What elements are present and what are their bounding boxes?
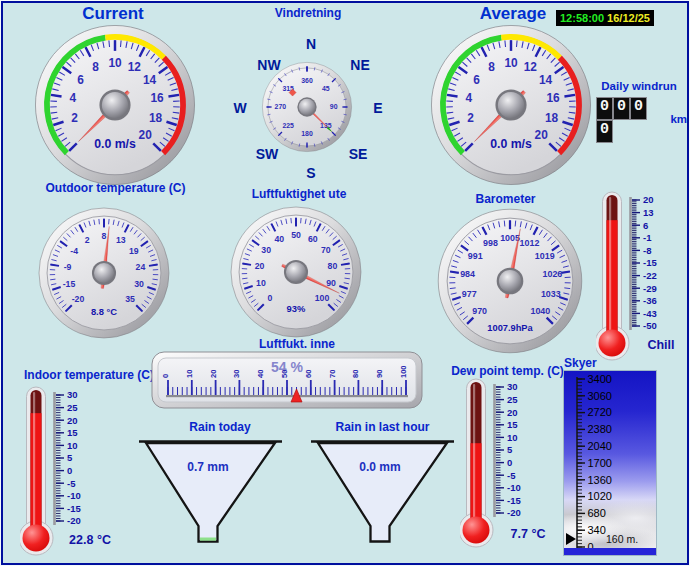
svg-text:93%: 93% [287, 304, 306, 314]
odometer-digit: 0 [614, 98, 629, 119]
svg-text:20: 20 [209, 370, 218, 378]
svg-text:3060: 3060 [588, 390, 612, 402]
svg-text:12: 12 [524, 60, 538, 74]
svg-text:20: 20 [67, 415, 78, 426]
svg-text:991: 991 [468, 251, 483, 261]
svg-text:4: 4 [466, 91, 473, 105]
indoor-humidity-title: Luftfukt. inne [213, 337, 381, 351]
svg-text:20: 20 [507, 407, 518, 418]
svg-text:-20: -20 [72, 294, 85, 304]
svg-text:-22: -22 [643, 270, 657, 281]
svg-text:225: 225 [282, 122, 294, 129]
svg-text:80: 80 [328, 261, 338, 271]
svg-text:0.0 m/s: 0.0 m/s [94, 137, 136, 151]
svg-text:45: 45 [322, 85, 330, 92]
outdoor-temp-gauge: -20-15-9-42813192430358.8 °C [37, 206, 171, 340]
rain-today-title: Rain today [150, 420, 290, 434]
odometer-digit: 0 [597, 98, 612, 119]
svg-text:1040: 1040 [530, 306, 550, 316]
current-section-title: Current [28, 4, 198, 24]
svg-text:-43: -43 [643, 308, 657, 319]
svg-text:20: 20 [255, 261, 265, 271]
svg-text:8: 8 [488, 60, 495, 74]
svg-text:2: 2 [85, 235, 90, 245]
svg-text:-5: -5 [507, 470, 516, 481]
svg-text:15: 15 [67, 427, 78, 438]
svg-text:2380: 2380 [588, 423, 612, 435]
svg-text:-1: -1 [643, 232, 652, 243]
svg-text:1007.9hPa: 1007.9hPa [487, 323, 533, 333]
svg-text:30: 30 [67, 389, 78, 400]
svg-text:70: 70 [321, 245, 331, 255]
compass-point-w: W [233, 100, 246, 116]
svg-text:10: 10 [108, 56, 122, 70]
svg-text:16: 16 [547, 91, 561, 105]
svg-text:0.0 mm: 0.0 mm [359, 460, 400, 474]
svg-text:977: 977 [462, 289, 477, 299]
rain-last-hour-funnel: 0.0 mm [310, 436, 455, 548]
svg-text:1700: 1700 [588, 457, 612, 469]
svg-text:-20: -20 [67, 515, 81, 526]
svg-text:360: 360 [301, 77, 313, 84]
svg-text:160 m.: 160 m. [606, 533, 638, 545]
svg-text:70: 70 [328, 370, 337, 378]
chill-thermometer: 20136-1-8-15-22-29-36-43-50 [596, 188, 686, 363]
svg-text:1005: 1005 [500, 233, 520, 243]
daily-windrun-label: Daily windrun [589, 80, 689, 92]
barometer-gauge: 9709779849919981005101210191026103310401… [436, 207, 584, 355]
svg-text:18: 18 [149, 111, 163, 125]
odometer-unit: km [670, 113, 687, 125]
svg-text:100: 100 [399, 365, 408, 378]
rain-last-hour-title: Rain in last hour [305, 420, 460, 434]
svg-text:30: 30 [261, 245, 271, 255]
svg-text:15: 15 [507, 419, 518, 430]
indoor-temp-title: Indoor temperature (C) [10, 368, 168, 382]
rain-today-funnel: 0.7 mm [138, 436, 283, 548]
weather-dashboard-window: Current Vindretning Average 12:58:00 16/… [0, 0, 690, 566]
svg-text:-10: -10 [507, 482, 521, 493]
compass-point-ne: NE [350, 57, 369, 73]
svg-text:10: 10 [185, 370, 194, 378]
svg-text:20: 20 [643, 194, 654, 205]
compass-point-n: N [306, 36, 316, 52]
svg-text:90: 90 [375, 370, 384, 378]
svg-text:20: 20 [139, 128, 153, 142]
svg-text:-5: -5 [67, 478, 76, 489]
compass-dial: 4590135180225270315360 [261, 61, 353, 153]
svg-text:18: 18 [545, 111, 559, 125]
svg-text:1360: 1360 [588, 474, 612, 486]
svg-text:13: 13 [643, 207, 654, 218]
svg-text:5: 5 [67, 452, 73, 463]
odometer-digit: 0 [631, 98, 646, 119]
outdoor-humidity-title: Luftfuktighet ute [215, 187, 383, 201]
svg-text:4: 4 [70, 91, 77, 105]
daily-windrun-odometer: 0000 km [597, 96, 687, 142]
svg-text:1026: 1026 [543, 269, 563, 279]
svg-text:-29: -29 [643, 283, 657, 294]
svg-text:998: 998 [483, 238, 498, 248]
svg-text:-15: -15 [643, 257, 657, 268]
svg-text:-10: -10 [67, 490, 81, 501]
odometer-digits: 0000 [597, 96, 664, 142]
cloud-height-title: Skyer [564, 356, 614, 370]
svg-text:10: 10 [504, 56, 518, 70]
svg-text:90: 90 [330, 103, 338, 110]
svg-text:2040: 2040 [588, 440, 612, 452]
svg-text:-8: -8 [643, 245, 651, 256]
svg-text:12: 12 [128, 60, 142, 74]
svg-text:10: 10 [507, 432, 518, 443]
svg-text:2720: 2720 [588, 406, 612, 418]
indoor-thermometer: 302520151050-5-10-15-20 [20, 383, 110, 558]
svg-text:8: 8 [102, 231, 107, 241]
svg-text:5: 5 [507, 444, 513, 455]
svg-text:50: 50 [280, 370, 289, 378]
svg-text:8: 8 [92, 60, 99, 74]
svg-text:270: 270 [275, 103, 287, 110]
svg-text:2: 2 [71, 111, 78, 125]
chill-label: Chill [636, 338, 686, 352]
wind-compass: N NE E SE S SW W NW 45901351802252703153… [228, 30, 386, 188]
svg-text:25: 25 [67, 402, 78, 413]
svg-text:-15: -15 [67, 503, 81, 514]
svg-text:340: 340 [588, 524, 606, 536]
svg-text:60: 60 [308, 234, 318, 244]
